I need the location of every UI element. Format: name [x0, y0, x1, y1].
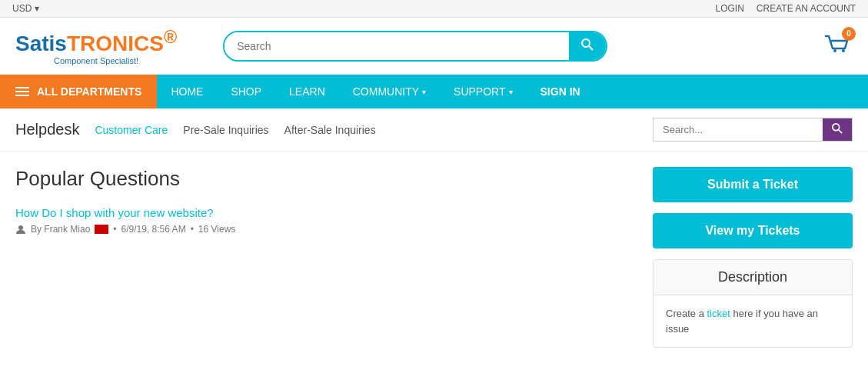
nav-items: HOME SHOP LEARN COMMUNITY ▾ SUPPORT ▾ SI… — [157, 75, 594, 108]
search-button[interactable] — [569, 32, 606, 60]
question-link-0[interactable]: How Do I shop with your new website? — [15, 206, 637, 219]
helpdesk-search-button[interactable] — [823, 118, 852, 141]
content-area: Popular Questions How Do I shop with you… — [15, 167, 637, 348]
description-box: Description Create a ticket here if you … — [653, 259, 853, 348]
person-icon — [15, 224, 26, 235]
view-tickets-button[interactable]: View my Tickets — [653, 213, 853, 248]
community-chevron-icon: ▾ — [422, 88, 426, 96]
svg-point-2 — [833, 49, 836, 52]
currency-selector[interactable]: USD ▾ — [12, 3, 39, 14]
search-input-wrap — [223, 31, 607, 62]
currency-chevron: ▾ — [35, 3, 39, 14]
nav-support[interactable]: SUPPORT ▾ — [440, 75, 526, 108]
logo-reg: ® — [164, 27, 177, 47]
main-content: Popular Questions How Do I shop with you… — [0, 152, 868, 363]
search-input[interactable] — [224, 32, 569, 60]
svg-point-0 — [582, 39, 590, 47]
support-chevron-icon: ▾ — [509, 88, 513, 96]
helpdesk-customer-care[interactable]: Customer Care — [95, 124, 168, 136]
question-meta-0: By Frank Miao • 6/9/19, 8:56 AM • 16 Vie… — [15, 224, 637, 235]
submit-ticket-button[interactable]: Submit a Ticket — [653, 167, 853, 202]
question-separator2: • — [191, 224, 194, 235]
svg-line-5 — [839, 130, 842, 133]
flag-icon — [95, 225, 108, 234]
helpdesk-search — [653, 118, 853, 142]
logo[interactable]: SatisTRONICS® Component Specialist! — [15, 27, 177, 65]
helpdesk-nav: Helpdesk Customer Care Pre-Sale Inquirie… — [15, 121, 376, 138]
question-views: 16 Views — [198, 224, 235, 235]
main-nav: ALL DEPARTMENTS HOME SHOP LEARN COMMUNIT… — [0, 75, 868, 108]
helpdesk-bar: Helpdesk Customer Care Pre-Sale Inquirie… — [0, 108, 868, 152]
all-departments-label: ALL DEPARTMENTS — [37, 85, 141, 98]
helpdesk-presale[interactable]: Pre-Sale Inquiries — [183, 124, 268, 136]
cart-icon[interactable]: 0 — [822, 30, 853, 63]
svg-point-3 — [842, 49, 845, 52]
helpdesk-aftersale[interactable]: After-Sale Inquiries — [284, 124, 376, 136]
top-bar-links: LOGIN CREATE AN ACCOUNT — [716, 3, 856, 14]
svg-point-6 — [18, 225, 23, 230]
login-link[interactable]: LOGIN — [716, 3, 744, 14]
question-author: By Frank Miao — [31, 224, 90, 235]
description-header: Description — [653, 260, 852, 295]
ticket-link[interactable]: ticket — [707, 308, 730, 319]
cart-badge: 0 — [842, 27, 856, 41]
nav-signin[interactable]: SIGN IN — [527, 75, 594, 108]
description-body: Create a ticket here if you have an issu… — [653, 295, 852, 347]
helpdesk-search-input[interactable] — [653, 118, 823, 141]
nav-learn[interactable]: LEARN — [275, 75, 339, 108]
helpdesk-title: Helpdesk — [15, 121, 79, 138]
currency-label: USD — [12, 3, 32, 14]
popular-questions-title: Popular Questions — [15, 167, 637, 191]
header: SatisTRONICS® Component Specialist! 0 — [0, 18, 868, 75]
svg-point-4 — [833, 124, 840, 131]
search-bar — [223, 31, 776, 62]
logo-satis: Satis — [15, 32, 67, 55]
nav-community[interactable]: COMMUNITY ▾ — [339, 75, 440, 108]
all-departments-button[interactable]: ALL DEPARTMENTS — [0, 75, 157, 108]
logo-sub: Component Specialist! — [15, 56, 177, 65]
sidebar: Submit a Ticket View my Tickets Descript… — [653, 167, 853, 348]
logo-tronics: TRONICS® — [67, 32, 177, 55]
question-list: How Do I shop with your new website? By … — [15, 206, 637, 235]
hamburger-icon — [15, 87, 29, 96]
question-date: 6/9/19, 8:56 AM — [121, 224, 186, 235]
top-bar: USD ▾ LOGIN CREATE AN ACCOUNT — [0, 0, 868, 18]
nav-home[interactable]: HOME — [157, 75, 217, 108]
question-separator: • — [113, 224, 116, 235]
create-account-link[interactable]: CREATE AN ACCOUNT — [757, 3, 856, 14]
nav-shop[interactable]: SHOP — [217, 75, 275, 108]
svg-line-1 — [589, 46, 593, 50]
